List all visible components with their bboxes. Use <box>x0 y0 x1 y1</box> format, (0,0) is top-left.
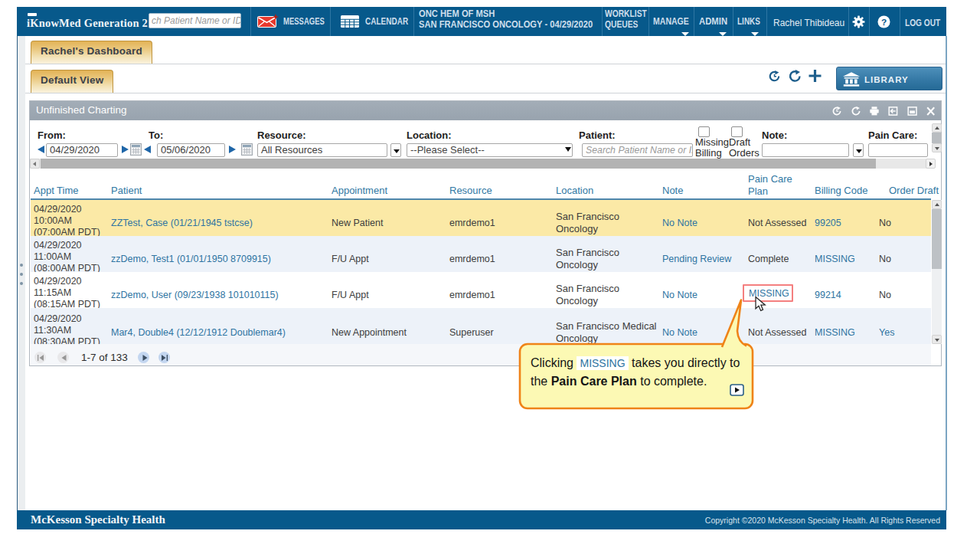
svg-text:?: ? <box>881 17 887 28</box>
